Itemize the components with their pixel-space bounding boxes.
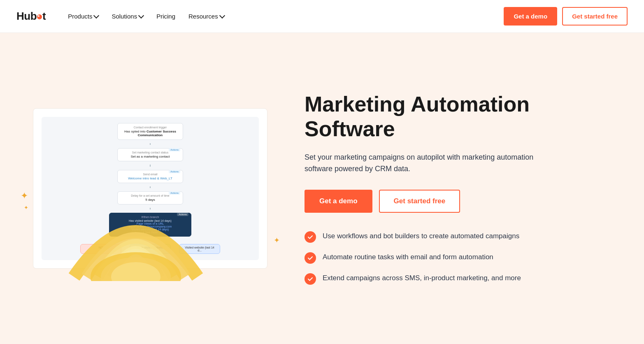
nav-item-products[interactable]: Products (62, 9, 104, 23)
hero-title: Marketing Automation Software (305, 92, 560, 142)
logo: Hubt (16, 10, 46, 23)
feature-item-1: Use workflows and bot builders to create… (305, 231, 560, 243)
logo-link[interactable]: Hubt (16, 10, 46, 23)
feature-text-1: Use workflows and bot builders to create… (323, 231, 519, 242)
nav-item-solutions[interactable]: Solutions (106, 9, 149, 23)
nav-links: Products Solutions Pricing Resources (62, 9, 504, 23)
workflow-node-trigger: Contact enrollment trigger Has opted int… (117, 123, 183, 140)
workflow-node-status: Actions Set marketing contact status Set… (117, 148, 183, 161)
chevron-down-icon (93, 13, 99, 19)
hero-demo-button[interactable]: Get a demo (305, 190, 372, 213)
navbar: Hubt Products Solutions Pricing Resource… (0, 0, 644, 33)
feature-text-3: Extend campaigns across SMS, in-product … (323, 273, 521, 284)
nav-demo-button[interactable]: Get a demo (504, 7, 557, 26)
nav-ctas: Get a demo Get started free (504, 7, 628, 26)
nav-free-button[interactable]: Get started free (562, 7, 628, 26)
hero-subtitle: Set your marketing campaigns on autopilo… (305, 151, 560, 175)
wf-connector (150, 165, 151, 166)
check-icon-3 (305, 273, 316, 285)
hero-section: ✦✦ ✦ Contact enrollment trigger Has opte… (0, 33, 644, 344)
chevron-down-icon (138, 13, 144, 19)
hero-content: Marketing Automation Software Set your m… (305, 92, 560, 285)
hero-cta-group: Get a demo Get started free (305, 190, 560, 213)
rainbow-decoration (66, 178, 206, 281)
feature-item-3: Extend campaigns across SMS, in-product … (305, 273, 560, 285)
wf-connector (150, 143, 151, 145)
chevron-down-icon (219, 13, 225, 19)
hero-mockup: ✦✦ ✦ Contact enrollment trigger Has opte… (33, 108, 272, 269)
nav-item-pricing[interactable]: Pricing (151, 9, 181, 23)
sparkle-icon-1: ✦✦ (21, 191, 28, 212)
hero-free-button[interactable]: Get started free (379, 190, 460, 213)
nav-item-resources[interactable]: Resources (183, 9, 230, 23)
sparkle-icon-2: ✦ (274, 236, 280, 245)
feature-list: Use workflows and bot builders to create… (305, 231, 560, 285)
check-icon-1 (305, 231, 316, 243)
feature-item-2: Automate routine tasks with email and fo… (305, 252, 560, 264)
check-icon-2 (305, 252, 316, 264)
feature-text-2: Automate routine tasks with email and fo… (323, 252, 493, 263)
